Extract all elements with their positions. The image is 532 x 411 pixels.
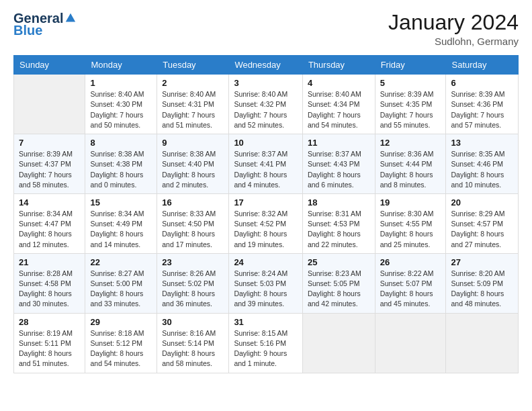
day-info: Sunrise: 8:26 AM Sunset: 5:02 PM Dayligh…	[162, 269, 224, 310]
col-monday: Monday	[85, 56, 157, 75]
day-info: Sunrise: 8:36 AM Sunset: 4:44 PM Dayligh…	[380, 149, 441, 190]
day-info: Sunrise: 8:30 AM Sunset: 4:55 PM Dayligh…	[380, 209, 441, 250]
calendar-cell: 17Sunrise: 8:32 AM Sunset: 4:52 PM Dayli…	[229, 193, 303, 253]
col-sunday: Sunday	[14, 56, 85, 75]
logo-icon	[64, 12, 77, 24]
calendar-cell: 28Sunrise: 8:19 AM Sunset: 5:11 PM Dayli…	[14, 313, 85, 373]
calendar-cell: 13Sunrise: 8:35 AM Sunset: 4:46 PM Dayli…	[446, 134, 519, 194]
day-number: 21	[19, 257, 80, 267]
day-info: Sunrise: 8:39 AM Sunset: 4:36 PM Dayligh…	[451, 89, 513, 130]
day-info: Sunrise: 8:19 AM Sunset: 5:11 PM Dayligh…	[19, 328, 80, 369]
day-number: 16	[162, 197, 224, 208]
calendar-cell: 7Sunrise: 8:39 AM Sunset: 4:37 PM Daylig…	[14, 134, 85, 194]
location-subtitle: Sudlohn, Germany	[388, 36, 519, 47]
logo-blue-text: Blue	[13, 23, 42, 38]
day-number: 15	[90, 197, 152, 208]
calendar-week-row: 14Sunrise: 8:34 AM Sunset: 4:47 PM Dayli…	[14, 193, 519, 253]
calendar-cell: 26Sunrise: 8:22 AM Sunset: 5:07 PM Dayli…	[375, 253, 446, 313]
day-info: Sunrise: 8:29 AM Sunset: 4:57 PM Dayligh…	[451, 209, 513, 250]
calendar-cell: 6Sunrise: 8:39 AM Sunset: 4:36 PM Daylig…	[446, 75, 519, 134]
svg-marker-0	[66, 13, 75, 22]
day-number: 20	[451, 197, 513, 208]
col-friday: Friday	[375, 56, 446, 75]
day-number: 19	[380, 197, 441, 208]
day-info: Sunrise: 8:37 AM Sunset: 4:41 PM Dayligh…	[234, 149, 298, 190]
day-info: Sunrise: 8:34 AM Sunset: 4:49 PM Dayligh…	[90, 209, 152, 250]
calendar-cell: 2Sunrise: 8:40 AM Sunset: 4:31 PM Daylig…	[157, 75, 229, 134]
calendar-cell: 3Sunrise: 8:40 AM Sunset: 4:32 PM Daylig…	[229, 75, 303, 134]
day-number: 5	[380, 78, 441, 88]
title-block: January 2024 Sudlohn, Germany	[388, 11, 519, 47]
day-number: 18	[308, 197, 370, 208]
page-container: General Blue January 2024 Sudlohn, Germa…	[0, 0, 532, 387]
calendar-cell	[302, 313, 375, 373]
day-info: Sunrise: 8:32 AM Sunset: 4:52 PM Dayligh…	[234, 209, 298, 250]
day-number: 4	[308, 78, 370, 88]
day-number: 2	[162, 78, 224, 88]
calendar-cell: 12Sunrise: 8:36 AM Sunset: 4:44 PM Dayli…	[375, 134, 446, 194]
calendar-cell: 22Sunrise: 8:27 AM Sunset: 5:00 PM Dayli…	[85, 253, 157, 313]
calendar-cell: 19Sunrise: 8:30 AM Sunset: 4:55 PM Dayli…	[375, 193, 446, 253]
calendar-cell	[446, 313, 519, 373]
day-info: Sunrise: 8:40 AM Sunset: 4:34 PM Dayligh…	[308, 89, 370, 130]
calendar-header-row: Sunday Monday Tuesday Wednesday Thursday…	[14, 56, 519, 75]
day-info: Sunrise: 8:40 AM Sunset: 4:31 PM Dayligh…	[162, 89, 224, 130]
day-number: 1	[90, 78, 152, 88]
col-thursday: Thursday	[302, 56, 375, 75]
day-info: Sunrise: 8:39 AM Sunset: 4:35 PM Dayligh…	[380, 89, 441, 130]
calendar-cell: 10Sunrise: 8:37 AM Sunset: 4:41 PM Dayli…	[229, 134, 303, 194]
col-wednesday: Wednesday	[229, 56, 303, 75]
day-number: 28	[19, 317, 80, 327]
day-info: Sunrise: 8:33 AM Sunset: 4:50 PM Dayligh…	[162, 209, 224, 250]
calendar-table: Sunday Monday Tuesday Wednesday Thursday…	[13, 55, 519, 373]
day-info: Sunrise: 8:20 AM Sunset: 5:09 PM Dayligh…	[451, 269, 513, 310]
day-number: 22	[90, 257, 152, 267]
day-number: 24	[234, 257, 298, 267]
day-number: 10	[234, 138, 298, 148]
day-number: 12	[380, 138, 441, 148]
day-number: 30	[162, 317, 224, 327]
col-tuesday: Tuesday	[157, 56, 229, 75]
day-number: 14	[19, 197, 80, 208]
calendar-cell: 27Sunrise: 8:20 AM Sunset: 5:09 PM Dayli…	[446, 253, 519, 313]
calendar-week-row: 21Sunrise: 8:28 AM Sunset: 4:58 PM Dayli…	[14, 253, 519, 313]
day-number: 13	[451, 138, 513, 148]
calendar-cell: 11Sunrise: 8:37 AM Sunset: 4:43 PM Dayli…	[302, 134, 375, 194]
day-number: 6	[451, 78, 513, 88]
calendar-cell: 31Sunrise: 8:15 AM Sunset: 5:16 PM Dayli…	[229, 313, 303, 373]
calendar-cell: 9Sunrise: 8:38 AM Sunset: 4:40 PM Daylig…	[157, 134, 229, 194]
calendar-week-row: 1Sunrise: 8:40 AM Sunset: 4:30 PM Daylig…	[14, 75, 519, 134]
calendar-cell: 5Sunrise: 8:39 AM Sunset: 4:35 PM Daylig…	[375, 75, 446, 134]
calendar-cell: 29Sunrise: 8:18 AM Sunset: 5:12 PM Dayli…	[85, 313, 157, 373]
day-info: Sunrise: 8:39 AM Sunset: 4:37 PM Dayligh…	[19, 149, 80, 190]
day-number: 11	[308, 138, 370, 148]
calendar-cell: 16Sunrise: 8:33 AM Sunset: 4:50 PM Dayli…	[157, 193, 229, 253]
day-number: 3	[234, 78, 298, 88]
day-info: Sunrise: 8:38 AM Sunset: 4:40 PM Dayligh…	[162, 149, 224, 190]
calendar-cell: 1Sunrise: 8:40 AM Sunset: 4:30 PM Daylig…	[85, 75, 157, 134]
day-number: 7	[19, 138, 80, 148]
day-info: Sunrise: 8:40 AM Sunset: 4:30 PM Dayligh…	[90, 89, 152, 130]
calendar-cell: 14Sunrise: 8:34 AM Sunset: 4:47 PM Dayli…	[14, 193, 85, 253]
col-saturday: Saturday	[446, 56, 519, 75]
day-info: Sunrise: 8:15 AM Sunset: 5:16 PM Dayligh…	[234, 328, 298, 369]
calendar-cell: 8Sunrise: 8:38 AM Sunset: 4:38 PM Daylig…	[85, 134, 157, 194]
day-info: Sunrise: 8:23 AM Sunset: 5:05 PM Dayligh…	[308, 269, 370, 310]
day-info: Sunrise: 8:35 AM Sunset: 4:46 PM Dayligh…	[451, 149, 513, 190]
calendar-cell: 30Sunrise: 8:16 AM Sunset: 5:14 PM Dayli…	[157, 313, 229, 373]
logo: General Blue	[13, 11, 77, 38]
day-info: Sunrise: 8:28 AM Sunset: 4:58 PM Dayligh…	[19, 269, 80, 310]
calendar-cell: 18Sunrise: 8:31 AM Sunset: 4:53 PM Dayli…	[302, 193, 375, 253]
day-number: 31	[234, 317, 298, 327]
month-title: January 2024	[388, 11, 519, 34]
day-number: 9	[162, 138, 224, 148]
day-info: Sunrise: 8:18 AM Sunset: 5:12 PM Dayligh…	[90, 328, 152, 369]
calendar-cell: 4Sunrise: 8:40 AM Sunset: 4:34 PM Daylig…	[302, 75, 375, 134]
calendar-cell	[375, 313, 446, 373]
calendar-cell: 15Sunrise: 8:34 AM Sunset: 4:49 PM Dayli…	[85, 193, 157, 253]
page-header: General Blue January 2024 Sudlohn, Germa…	[13, 11, 519, 47]
day-number: 8	[90, 138, 152, 148]
day-number: 23	[162, 257, 224, 267]
day-number: 29	[90, 317, 152, 327]
day-info: Sunrise: 8:34 AM Sunset: 4:47 PM Dayligh…	[19, 209, 80, 250]
